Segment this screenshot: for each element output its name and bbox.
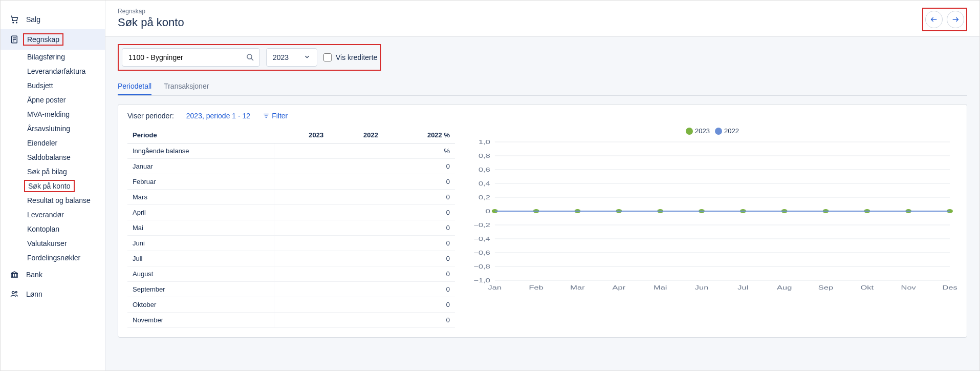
- table-cell: [274, 143, 329, 159]
- svg-text:0,2: 0,2: [478, 194, 490, 201]
- year-select[interactable]: 2023: [266, 48, 317, 67]
- table-cell: [274, 236, 329, 251]
- table-cell: 0: [383, 266, 455, 282]
- sidebar-subitem[interactable]: Kontoplan: [27, 222, 105, 236]
- sidebar-subitem[interactable]: Søk på bilag: [27, 164, 105, 179]
- svg-text:Feb: Feb: [529, 284, 544, 291]
- table-row[interactable]: Mars0: [127, 190, 455, 205]
- doc-icon: [10, 35, 19, 44]
- sidebar-subitem-label: Årsavslutning: [27, 125, 70, 133]
- svg-text:Nov: Nov: [901, 284, 916, 291]
- year-value: 2023: [273, 53, 289, 61]
- sidebar-subitem[interactable]: Budsjett: [27, 78, 105, 93]
- search-icon[interactable]: [246, 53, 255, 64]
- prev-button[interactable]: [925, 11, 943, 28]
- tab[interactable]: Transaksjoner: [164, 78, 209, 95]
- sidebar-subitem[interactable]: Årsavslutning: [27, 121, 105, 136]
- svg-text:0,6: 0,6: [478, 167, 490, 173]
- sidebar-subitem-label: Bilagsføring: [27, 53, 65, 61]
- svg-text:Aug: Aug: [777, 284, 792, 291]
- table-row[interactable]: November0: [127, 313, 455, 328]
- vis-krediterte-checkbox[interactable]: [323, 53, 332, 61]
- table-cell: August: [127, 266, 274, 282]
- account-search-input[interactable]: [122, 48, 260, 67]
- sidebar-subitem-label: Budsjett: [27, 81, 53, 90]
- table-cell: [274, 205, 329, 220]
- table-header: 2023: [274, 127, 329, 143]
- table-row[interactable]: Inngående balanse%: [127, 143, 455, 159]
- sidebar-item-salg[interactable]: Salg: [1, 10, 105, 29]
- sidebar-item-lonn[interactable]: Lønn: [1, 284, 105, 304]
- table-cell: [274, 220, 329, 236]
- table-cell: [329, 143, 383, 159]
- svg-text:Apr: Apr: [613, 284, 626, 291]
- sidebar-subitem-label: Søk på bilag: [27, 168, 67, 176]
- period-link[interactable]: 2023, periode 1 - 12: [186, 112, 250, 120]
- sidebar-subitem[interactable]: MVA-melding: [27, 107, 105, 121]
- sidebar-subitem-label: Saldobalanse: [27, 153, 71, 161]
- svg-text:Jun: Jun: [695, 284, 709, 291]
- svg-text:−0,8: −0,8: [473, 263, 490, 270]
- table-cell: [329, 251, 383, 266]
- filter-button[interactable]: Filter: [263, 112, 288, 120]
- sidebar-subitem-label: MVA-melding: [27, 110, 70, 118]
- table-cell: Mars: [127, 190, 274, 205]
- sidebar-subitem-label: Søk på konto: [28, 182, 71, 190]
- table-row[interactable]: Oktober0: [127, 297, 455, 313]
- sidebar: Salg Regnskap BilagsføringLeverandørfakt…: [1, 1, 105, 370]
- sidebar-subitem[interactable]: Saldobalanse: [27, 150, 105, 164]
- vis-krediterte-row[interactable]: Vis krediterte: [323, 53, 377, 61]
- svg-point-11: [12, 292, 15, 294]
- sidebar-subitem[interactable]: Fordelingsnøkler: [27, 251, 105, 265]
- svg-point-15: [247, 54, 252, 59]
- sidebar-subitem[interactable]: Leverandørfaktura: [27, 64, 105, 78]
- table-cell: 0: [383, 236, 455, 251]
- sidebar-item-regnskap[interactable]: Regnskap: [1, 29, 105, 50]
- table-cell: [329, 313, 383, 328]
- table-row[interactable]: Mai0: [127, 220, 455, 236]
- table-cell: [274, 297, 329, 313]
- sidebar-subitem-label: Valutakurser: [27, 239, 67, 248]
- panel: Viser perioder: 2023, periode 1 - 12 Fil…: [118, 104, 967, 338]
- controls-row: 2023 Vis krediterte: [118, 44, 381, 71]
- table-row[interactable]: Juli0: [127, 251, 455, 266]
- chart-legend: 20232022: [467, 127, 957, 135]
- table-row[interactable]: Juni0: [127, 236, 455, 251]
- svg-text:Sep: Sep: [818, 284, 834, 291]
- table-cell: [274, 251, 329, 266]
- chart: 20232022 1,00,80,60,40,20−0,2−0,4−0,6−0,…: [467, 127, 957, 328]
- sidebar-subitem-label: Leverandørfaktura: [27, 67, 85, 75]
- table-row[interactable]: Januar0: [127, 159, 455, 174]
- table-row[interactable]: August0: [127, 266, 455, 282]
- sidebar-subitem[interactable]: Resultat og balanse: [27, 193, 105, 208]
- tab[interactable]: Periodetall: [118, 78, 151, 95]
- sidebar-subitem[interactable]: Åpne poster: [27, 93, 105, 107]
- table-cell: Oktober: [127, 297, 274, 313]
- table-cell: [274, 174, 329, 190]
- sidebar-item-bank[interactable]: Bank: [1, 265, 105, 284]
- sidebar-subitem[interactable]: Søk på konto: [27, 179, 105, 193]
- account-search: [122, 48, 260, 67]
- svg-text:0,4: 0,4: [478, 180, 490, 187]
- sidebar-subitem-label: Kontoplan: [27, 225, 59, 233]
- sidebar-subitem-label: Fordelingsnøkler: [27, 254, 80, 262]
- table-cell: [329, 297, 383, 313]
- table-cell: 0: [383, 190, 455, 205]
- table-cell: September: [127, 282, 274, 297]
- table-cell: Juni: [127, 236, 274, 251]
- sidebar-subitem[interactable]: Valutakurser: [27, 236, 105, 251]
- table-cell: %: [383, 143, 455, 159]
- header-nav: [922, 8, 967, 31]
- sidebar-subitem[interactable]: Bilagsføring: [27, 50, 105, 64]
- sidebar-subitem[interactable]: Eiendeler: [27, 136, 105, 150]
- svg-text:Okt: Okt: [861, 284, 874, 291]
- sidebar-item-label: Lønn: [26, 290, 42, 298]
- table-row[interactable]: April0: [127, 205, 455, 220]
- legend-dot: [686, 128, 693, 135]
- table-row[interactable]: Februar0: [127, 174, 455, 190]
- table-cell: Inngående balanse: [127, 143, 274, 159]
- sidebar-subitem[interactable]: Leverandør: [27, 208, 105, 222]
- table-row[interactable]: September0: [127, 282, 455, 297]
- next-button[interactable]: [947, 11, 964, 28]
- sidebar-subitem-label: Leverandør: [27, 211, 64, 219]
